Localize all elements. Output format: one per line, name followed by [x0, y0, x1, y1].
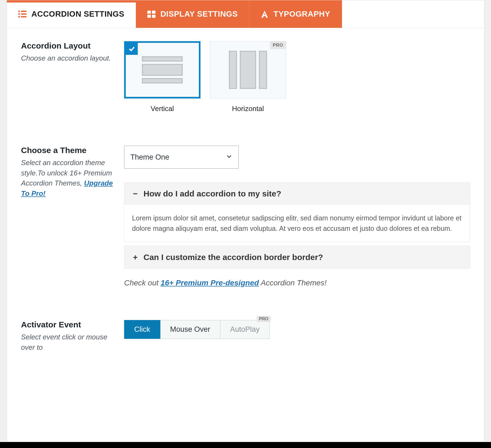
premium-themes-note: Check out 16+ Premium Pre-designed Accor… [124, 279, 470, 287]
svg-rect-7 [152, 11, 155, 14]
row-choose-theme: Choose a Theme Select an accordion theme… [21, 146, 470, 287]
activator-segmented: Click Mouse Over PRO AutoPlay [124, 320, 470, 339]
svg-rect-8 [147, 15, 151, 18]
pro-badge: PRO [257, 316, 271, 322]
activator-mouseover-button[interactable]: Mouse Over [160, 320, 220, 339]
field-title: Choose a Theme [21, 146, 116, 155]
svg-rect-0 [18, 11, 20, 12]
note-text: Accordion Themes! [259, 279, 327, 287]
svg-rect-9 [152, 15, 155, 18]
tab-label: TYPOGRAPHY [273, 10, 330, 19]
svg-rect-1 [18, 13, 20, 15]
row-accordion-layout: Accordion Layout Choose an accordion lay… [21, 41, 470, 113]
accordion-preview: − How do I add accordion to my site? Lor… [124, 182, 470, 269]
field-title: Accordion Layout [21, 41, 116, 50]
field-desc: Choose an accordion layout. [21, 53, 116, 64]
row-activator-event: Activator Event Select event click or mo… [21, 320, 470, 353]
field-title: Activator Event [21, 320, 116, 329]
chevron-down-icon [226, 153, 232, 162]
theme-select[interactable]: Theme One [124, 146, 239, 169]
field-desc: Select event click or mouse over to [21, 332, 116, 353]
accordion-item-title: How do I add accordion to my site? [143, 189, 281, 198]
pro-badge: PRO [270, 41, 286, 49]
vertical-glyph [142, 56, 183, 83]
accordion-item-header[interactable]: + Can I customize the accordion border b… [124, 246, 470, 268]
plus-icon: + [132, 253, 139, 262]
minus-icon: − [132, 189, 139, 198]
button-label: AutoPlay [230, 325, 260, 333]
accordion-item-body: Lorem ipsum dolor sit amet, consetetur s… [124, 205, 470, 242]
typography-icon [261, 11, 268, 18]
accordion-item-title: Can I customize the accordion border bor… [143, 253, 323, 262]
layout-option-horizontal[interactable]: PRO Horizontal [210, 41, 286, 113]
list-icon [18, 11, 26, 18]
tab-label: ACCORDION SETTINGS [31, 10, 124, 19]
svg-rect-4 [21, 13, 26, 15]
svg-rect-5 [21, 16, 26, 17]
tab-label: DISPLAY SETTINGS [160, 10, 238, 19]
bottom-bar [0, 442, 491, 448]
check-icon [126, 43, 138, 55]
svg-rect-6 [147, 11, 151, 14]
accordion-item-header[interactable]: − How do I add accordion to my site? [124, 183, 470, 205]
svg-rect-3 [21, 11, 26, 12]
option-label: Vertical [124, 104, 200, 113]
horizontal-glyph [229, 51, 267, 89]
grid-icon [147, 11, 155, 18]
tab-display-settings[interactable]: DISPLAY SETTINGS [136, 0, 250, 28]
field-desc: Select an accordion theme style.To unloc… [21, 158, 116, 199]
select-value: Theme One [130, 153, 169, 162]
layout-option-vertical[interactable]: Vertical [124, 41, 200, 113]
svg-rect-2 [18, 16, 20, 17]
activator-autoplay-button[interactable]: PRO AutoPlay [220, 320, 270, 339]
tab-accordion-settings[interactable]: ACCORDION SETTINGS [7, 0, 136, 28]
premium-themes-link[interactable]: 16+ Premium Pre-designed [161, 279, 259, 287]
option-label: Horizontal [210, 104, 286, 113]
activator-click-button[interactable]: Click [124, 320, 160, 339]
tab-typography[interactable]: TYPOGRAPHY [249, 0, 342, 28]
tab-bar: ACCORDION SETTINGS DISPLAY SETTINGS TYPO… [7, 0, 484, 28]
note-text: Check out [124, 279, 161, 287]
